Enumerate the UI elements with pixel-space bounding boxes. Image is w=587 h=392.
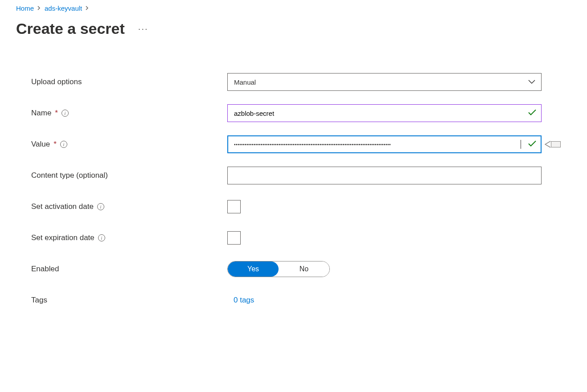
content-type-input[interactable] [227,167,542,184]
page-title: Create a secret [16,20,125,37]
value-input[interactable]: ••••••••••••••••••••••••••••••••••••••••… [227,135,542,153]
expiration-date-label: Set expiration date [31,233,94,242]
enabled-yes-option[interactable]: Yes [228,261,279,277]
info-icon[interactable]: i [98,234,105,241]
text-caret [521,140,521,149]
more-actions-button[interactable]: ··· [135,24,151,34]
tags-link[interactable]: 0 tags [234,296,254,304]
chevron-right-icon [86,5,89,12]
create-secret-form: Upload options Manual Name * i [16,73,571,309]
breadcrumb: Home ads-keyvault [16,4,571,12]
value-label: Value [31,140,50,149]
enabled-label: Enabled [31,265,59,274]
value-masked: ••••••••••••••••••••••••••••••••••••••••… [234,142,520,147]
name-input[interactable] [227,104,542,122]
info-icon[interactable]: i [60,141,67,148]
expiration-date-checkbox[interactable] [227,231,241,245]
breadcrumb-keyvault[interactable]: ads-keyvault [45,4,82,12]
required-star-icon: * [55,109,58,118]
upload-options-label: Upload options [31,78,82,86]
arrow-left-icon [545,141,551,148]
info-icon[interactable]: i [97,203,104,210]
upload-options-value: Manual [234,78,256,86]
pointer-annotation [545,141,561,148]
enabled-toggle: Yes No [227,261,330,277]
activation-date-checkbox[interactable] [227,200,241,213]
activation-date-label: Set activation date [31,202,94,211]
required-star-icon: * [53,140,57,149]
enabled-no-option[interactable]: No [279,261,329,277]
upload-options-select[interactable]: Manual [227,73,542,91]
breadcrumb-home[interactable]: Home [16,4,34,12]
chevron-right-icon [37,5,41,12]
tags-label: Tags [31,296,47,305]
name-label: Name [31,109,51,118]
content-type-label: Content type (optional) [31,171,108,180]
info-icon[interactable]: i [62,110,69,117]
